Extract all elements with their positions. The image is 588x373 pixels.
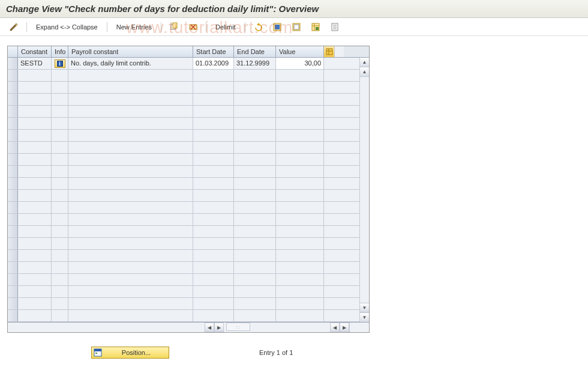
table-row-empty[interactable] — [8, 298, 359, 310]
select-all-button[interactable] — [268, 21, 286, 33]
horizontal-scrollbar: ◀ ▶ ::: ◀ ▶ — [8, 322, 369, 332]
scroll-up-button[interactable]: ▲ — [360, 58, 369, 67]
row-handle[interactable] — [8, 58, 18, 69]
table-row-empty[interactable] — [8, 154, 359, 166]
col-header-info[interactable]: Info — [52, 46, 68, 57]
hscroll-corner — [349, 323, 369, 332]
print-button[interactable] — [326, 21, 344, 33]
table-row-empty[interactable] — [8, 178, 359, 190]
table-row-empty[interactable] — [8, 310, 359, 322]
info-button[interactable]: i — [55, 59, 65, 68]
undo-button[interactable] — [249, 21, 267, 33]
table-row-empty[interactable] — [8, 166, 359, 178]
vertical-scrollbar[interactable]: ▲ ▲ ▼ ▼ — [359, 58, 369, 322]
scroll-track[interactable] — [360, 77, 369, 303]
table-row-empty[interactable] — [8, 202, 359, 214]
table-row-empty[interactable] — [8, 226, 359, 238]
row-handle[interactable] — [8, 310, 18, 321]
hscroll-spacer — [8, 323, 205, 332]
deselect-all-button[interactable] — [287, 21, 305, 33]
scroll-down-button[interactable]: ▼ — [360, 312, 369, 322]
grid-header-row: Constant Info Payroll constant Start Dat… — [8, 46, 369, 58]
row-handle[interactable] — [8, 250, 18, 261]
row-handle[interactable] — [8, 118, 18, 129]
grid-corner[interactable] — [8, 46, 18, 57]
col-header-start[interactable]: Start Date — [193, 46, 234, 57]
table-row-empty[interactable] — [8, 70, 359, 82]
col-header-payroll[interactable]: Payroll constant — [68, 46, 193, 57]
hscroll-thumb[interactable]: ::: — [226, 323, 250, 331]
table-row-empty[interactable] — [8, 286, 359, 298]
scroll-line-down-button[interactable]: ▼ — [360, 303, 369, 312]
row-handle[interactable] — [8, 262, 18, 273]
row-handle[interactable] — [8, 70, 18, 81]
svg-point-0 — [16, 23, 17, 25]
pencil-glasses-icon — [9, 22, 19, 32]
row-handle[interactable] — [8, 178, 18, 189]
table-row-empty[interactable] — [8, 262, 359, 274]
table-row-empty[interactable] — [8, 274, 359, 286]
table-row-empty[interactable] — [8, 106, 359, 118]
copy-as-button[interactable] — [165, 21, 183, 33]
row-handle[interactable] — [8, 190, 18, 201]
hscroll-right-button[interactable]: ▶ — [340, 323, 349, 332]
table-row-empty[interactable] — [8, 238, 359, 250]
row-handle[interactable] — [8, 274, 18, 285]
row-handle[interactable] — [8, 226, 18, 237]
table-row-empty[interactable] — [8, 250, 359, 262]
position-button[interactable]: Position... — [91, 347, 169, 359]
row-handle[interactable] — [8, 142, 18, 153]
table-config-icon — [311, 22, 320, 32]
svg-rect-22 — [94, 349, 101, 351]
position-label: Position... — [104, 349, 169, 356]
table-row[interactable]: SESTD i No. days, daily limit contrib. 0… — [8, 58, 359, 70]
grid-configure-button[interactable] — [324, 46, 334, 57]
table-row-empty[interactable] — [8, 82, 359, 94]
hscroll-left-step-button[interactable]: ▶ — [214, 323, 224, 332]
toolbar-separator — [161, 22, 161, 32]
col-header-value[interactable]: Value — [276, 46, 324, 57]
delimit-button[interactable]: Delimit — [210, 21, 241, 33]
hscroll-left-button[interactable]: ◀ — [205, 323, 214, 332]
svg-rect-13 — [316, 27, 319, 30]
row-handle[interactable] — [8, 238, 18, 249]
toolbar-separator — [206, 22, 206, 32]
col-header-constant[interactable]: Constant — [18, 46, 52, 57]
table-row-empty[interactable] — [8, 142, 359, 154]
cell-payroll: No. days, daily limit contrib. — [68, 58, 193, 69]
row-handle[interactable] — [8, 286, 18, 297]
delete-button[interactable] — [184, 21, 202, 33]
cell-value[interactable]: 30,00 — [276, 58, 324, 69]
hscroll-right-step-button[interactable]: ◀ — [330, 323, 340, 332]
row-handle[interactable] — [8, 214, 18, 225]
row-handle[interactable] — [8, 298, 18, 309]
content-area: Constant Info Payroll constant Start Dat… — [0, 36, 588, 359]
scroll-line-up-button[interactable]: ▲ — [360, 67, 369, 77]
row-handle[interactable] — [8, 166, 18, 177]
page-title: Change View "Check number of days for de… — [0, 0, 588, 18]
row-handle[interactable] — [8, 154, 18, 165]
row-handle[interactable] — [8, 202, 18, 213]
table-settings-button[interactable] — [307, 21, 325, 33]
table-row-empty[interactable] — [8, 190, 359, 202]
copy-icon — [169, 22, 179, 32]
new-entries-button[interactable]: New Entries — [111, 21, 157, 33]
row-handle[interactable] — [8, 130, 18, 141]
table-row-empty[interactable] — [8, 214, 359, 226]
row-handle[interactable] — [8, 106, 18, 117]
cell-start-date[interactable]: 01.03.2009 — [193, 58, 234, 69]
table-row-empty[interactable] — [8, 94, 359, 106]
expand-collapse-button[interactable]: Expand <-> Collapse — [31, 21, 103, 33]
col-header-end[interactable]: End Date — [234, 46, 276, 57]
toggle-edit-button[interactable] — [5, 21, 23, 33]
table-settings-icon — [326, 48, 333, 55]
row-handle[interactable] — [8, 94, 18, 105]
delete-row-icon — [188, 22, 198, 32]
cell-trailer — [324, 58, 334, 69]
table-row-empty[interactable] — [8, 118, 359, 130]
row-handle[interactable] — [8, 82, 18, 93]
table-row-empty[interactable] — [8, 130, 359, 142]
toolbar: Expand <-> Collapse New Entries Delimit — [0, 18, 588, 36]
undo-icon — [253, 22, 263, 32]
svg-rect-2 — [173, 23, 177, 28]
